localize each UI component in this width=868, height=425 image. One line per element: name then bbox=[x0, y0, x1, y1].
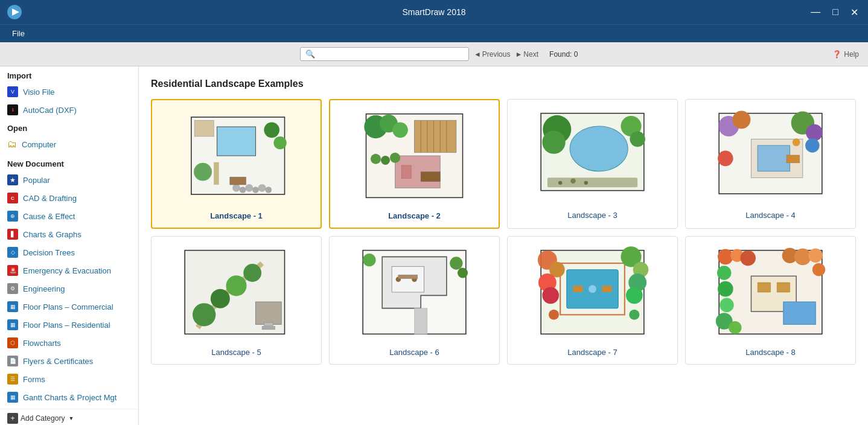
card-label-6: Landscape - 6 bbox=[389, 348, 439, 357]
search-icon: 🔍 bbox=[305, 50, 315, 59]
sidebar-item-visio[interactable]: V Visio File bbox=[0, 83, 138, 101]
emergency-icon: 🚨 bbox=[7, 265, 18, 276]
svg-point-82 bbox=[629, 310, 639, 320]
card-label-1: Landscape - 1 bbox=[210, 211, 263, 220]
svg-point-98 bbox=[794, 248, 811, 265]
window-controls[interactable]: — □ ✕ bbox=[807, 5, 862, 19]
card-landscape-5[interactable]: Landscape - 5 bbox=[151, 236, 322, 365]
card-landscape-8[interactable]: Landscape - 8 bbox=[685, 236, 856, 365]
sidebar-item-cause-effect[interactable]: ⊕ Cause & Effect bbox=[0, 207, 138, 225]
svg-point-29 bbox=[390, 153, 400, 163]
card-landscape-7[interactable]: Landscape - 7 bbox=[507, 236, 678, 365]
svg-point-13 bbox=[266, 187, 272, 193]
svg-point-11 bbox=[252, 187, 259, 193]
import-label: Import bbox=[0, 66, 138, 83]
card-image-5 bbox=[159, 244, 314, 340]
sidebar-item-floor-commercial[interactable]: ▦ Floor Plans – Commercial bbox=[0, 298, 138, 316]
sidebar-item-computer[interactable]: 🗂 Computer bbox=[0, 135, 138, 153]
card-image-3 bbox=[515, 107, 670, 203]
svg-rect-60 bbox=[264, 322, 273, 325]
landscape-4-svg bbox=[693, 107, 848, 203]
svg-point-45 bbox=[733, 110, 751, 129]
card-image-6 bbox=[337, 244, 492, 340]
sidebar-item-popular[interactable]: ★ Popular bbox=[0, 171, 138, 189]
next-button[interactable]: ► Next bbox=[515, 50, 538, 59]
card-image-2 bbox=[337, 107, 491, 204]
svg-point-47 bbox=[806, 124, 823, 141]
previous-button[interactable]: ◄ Previous bbox=[474, 50, 511, 59]
svg-point-49 bbox=[718, 151, 733, 167]
svg-point-6 bbox=[264, 123, 279, 138]
main-layout: Import V Visio File ⬇ AutoCad (DXF) Open… bbox=[0, 66, 868, 425]
forms-label: Forms bbox=[23, 375, 45, 384]
menu-bar: File bbox=[0, 24, 868, 42]
svg-point-35 bbox=[542, 130, 565, 153]
search-wrapper[interactable]: 🔍 bbox=[300, 47, 469, 61]
svg-point-54 bbox=[193, 303, 215, 326]
sidebar-item-gantt[interactable]: ▦ Gantt Charts & Project Mgt bbox=[0, 388, 138, 406]
svg-point-76 bbox=[542, 287, 559, 304]
decision-icon: ◇ bbox=[7, 247, 18, 258]
computer-label: Computer bbox=[22, 140, 56, 149]
svg-point-65 bbox=[363, 254, 375, 266]
svg-point-91 bbox=[740, 251, 756, 266]
sidebar-item-flyers[interactable]: 📄 Flyers & Certificates bbox=[0, 352, 138, 370]
maximize-btn[interactable]: □ bbox=[829, 5, 842, 19]
svg-rect-69 bbox=[398, 275, 418, 278]
card-landscape-1[interactable]: Landscape - 1 bbox=[151, 99, 322, 229]
file-menu[interactable]: File bbox=[6, 27, 31, 40]
svg-point-80 bbox=[626, 287, 643, 304]
svg-point-56 bbox=[226, 275, 246, 296]
card-label-2: Landscape - 2 bbox=[388, 211, 441, 220]
add-category-label: Add Category bbox=[21, 414, 65, 423]
svg-rect-85 bbox=[602, 286, 612, 292]
engineering-label: Engineering bbox=[23, 284, 65, 293]
svg-rect-51 bbox=[787, 155, 799, 163]
landscape-3-svg bbox=[515, 107, 670, 203]
sidebar-item-engineering[interactable]: ⚙ Engineering bbox=[0, 280, 138, 298]
close-btn[interactable]: ✕ bbox=[847, 5, 862, 19]
svg-point-52 bbox=[793, 138, 800, 146]
card-landscape-3[interactable]: Landscape - 3 bbox=[507, 99, 678, 229]
flowchart-icon: ⬡ bbox=[7, 337, 18, 348]
new-doc-label: New Document bbox=[0, 153, 138, 171]
search-center: 🔍 ◄ Previous ► Next Found: 0 bbox=[300, 47, 578, 61]
svg-point-41 bbox=[584, 181, 588, 185]
landscape-7-svg bbox=[515, 244, 670, 340]
content-area: Residential Landscape Examples bbox=[139, 66, 868, 425]
card-landscape-4[interactable]: Landscape - 4 bbox=[685, 99, 856, 229]
sidebar-item-cad[interactable]: C CAD & Drafting bbox=[0, 189, 138, 207]
svg-rect-31 bbox=[421, 172, 440, 182]
svg-rect-101 bbox=[758, 283, 770, 292]
landscape-2-svg bbox=[337, 107, 491, 204]
emergency-label: Emergency & Evacuation bbox=[23, 266, 111, 275]
svg-point-12 bbox=[258, 184, 266, 192]
search-input[interactable] bbox=[318, 50, 462, 59]
floor-commercial-icon: ▦ bbox=[7, 301, 18, 312]
add-category-button[interactable]: + Add Category ▼ bbox=[0, 409, 138, 425]
minimize-btn[interactable]: — bbox=[807, 5, 824, 19]
sidebar-item-emergency[interactable]: 🚨 Emergency & Evacuation bbox=[0, 261, 138, 280]
forms-icon: ☰ bbox=[7, 374, 18, 385]
svg-point-28 bbox=[381, 156, 390, 165]
title-bar: SmartDraw 2018 — □ ✕ bbox=[0, 0, 868, 24]
help-icon: ❓ bbox=[832, 50, 841, 59]
sidebar-item-autocad[interactable]: ⬇ AutoCad (DXF) bbox=[0, 101, 138, 119]
add-category-icon: + bbox=[7, 413, 18, 424]
sidebar-item-flowcharts[interactable]: ⬡ Flowcharts bbox=[0, 334, 138, 352]
help-button[interactable]: ❓ Help bbox=[832, 50, 859, 59]
autocad-label: AutoCad (DXF) bbox=[23, 106, 77, 115]
card-label-8: Landscape - 8 bbox=[745, 348, 795, 357]
open-label: Open bbox=[0, 119, 138, 135]
sidebar-item-floor-residential[interactable]: ▦ Floor Plans – Residential bbox=[0, 316, 138, 334]
svg-point-27 bbox=[371, 154, 381, 164]
card-landscape-6[interactable]: Landscape - 6 bbox=[329, 236, 500, 365]
flyers-label: Flyers & Certificates bbox=[23, 357, 93, 366]
sidebar-item-charts[interactable]: ▋ Charts & Graphs bbox=[0, 225, 138, 243]
sidebar-item-forms[interactable]: ☰ Forms bbox=[0, 370, 138, 388]
svg-point-40 bbox=[570, 178, 576, 184]
cad-icon: C bbox=[7, 193, 18, 203]
svg-point-94 bbox=[720, 298, 733, 312]
card-landscape-2[interactable]: Landscape - 2 bbox=[329, 99, 500, 229]
sidebar-item-decision[interactable]: ◇ Decision Trees bbox=[0, 243, 138, 261]
